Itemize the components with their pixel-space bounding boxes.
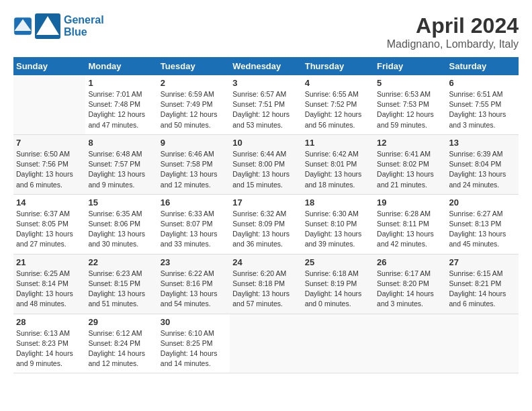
logo-icon bbox=[13, 17, 32, 36]
day-number: 19 bbox=[377, 197, 443, 208]
day-info: Sunrise: 6:53 AM Sunset: 7:53 PM Dayligh… bbox=[377, 89, 443, 130]
weekday-header-thursday: Thursday bbox=[302, 57, 374, 75]
day-number: 21 bbox=[16, 257, 83, 267]
day-info: Sunrise: 6:51 AM Sunset: 7:55 PM Dayligh… bbox=[449, 89, 516, 130]
day-number: 30 bbox=[161, 317, 227, 327]
day-number: 27 bbox=[449, 257, 516, 267]
weekday-header-friday: Friday bbox=[374, 57, 446, 75]
week-row-4: 21Sunrise: 6:25 AM Sunset: 8:14 PM Dayli… bbox=[13, 254, 519, 314]
day-info: Sunrise: 6:12 AM Sunset: 8:24 PM Dayligh… bbox=[88, 328, 154, 369]
day-info: Sunrise: 6:17 AM Sunset: 8:20 PM Dayligh… bbox=[377, 269, 443, 310]
calendar-cell bbox=[447, 314, 519, 373]
day-info: Sunrise: 6:13 AM Sunset: 8:23 PM Dayligh… bbox=[16, 328, 83, 369]
calendar-cell: 16Sunrise: 6:33 AM Sunset: 8:07 PM Dayli… bbox=[158, 194, 230, 254]
day-number: 18 bbox=[305, 197, 371, 208]
day-number: 1 bbox=[88, 78, 154, 88]
calendar-cell: 21Sunrise: 6:25 AM Sunset: 8:14 PM Dayli… bbox=[13, 254, 85, 314]
day-number: 13 bbox=[449, 138, 516, 148]
page-header: General Blue April 2024 Madignano, Lomba… bbox=[13, 13, 519, 50]
day-info: Sunrise: 6:59 AM Sunset: 7:49 PM Dayligh… bbox=[161, 89, 227, 130]
day-number: 3 bbox=[232, 78, 299, 88]
weekday-header-saturday: Saturday bbox=[447, 57, 519, 75]
day-info: Sunrise: 6:25 AM Sunset: 8:14 PM Dayligh… bbox=[16, 269, 83, 310]
calendar-cell bbox=[302, 314, 374, 373]
calendar-cell: 25Sunrise: 6:18 AM Sunset: 8:19 PM Dayli… bbox=[302, 254, 374, 314]
day-number: 17 bbox=[232, 197, 299, 208]
calendar-cell: 14Sunrise: 6:37 AM Sunset: 8:05 PM Dayli… bbox=[13, 194, 85, 254]
calendar-cell: 11Sunrise: 6:42 AM Sunset: 8:01 PM Dayli… bbox=[302, 134, 374, 194]
day-info: Sunrise: 6:22 AM Sunset: 8:16 PM Dayligh… bbox=[161, 269, 227, 310]
day-info: Sunrise: 6:33 AM Sunset: 8:07 PM Dayligh… bbox=[161, 209, 227, 250]
week-row-5: 28Sunrise: 6:13 AM Sunset: 8:23 PM Dayli… bbox=[13, 314, 519, 373]
logo-graphic bbox=[35, 13, 60, 39]
day-info: Sunrise: 6:50 AM Sunset: 7:56 PM Dayligh… bbox=[16, 149, 83, 190]
day-number: 20 bbox=[449, 197, 516, 208]
day-info: Sunrise: 6:57 AM Sunset: 7:51 PM Dayligh… bbox=[232, 89, 299, 130]
day-number: 22 bbox=[88, 257, 154, 267]
day-number: 11 bbox=[305, 138, 371, 148]
day-info: Sunrise: 7:01 AM Sunset: 7:48 PM Dayligh… bbox=[88, 89, 154, 130]
calendar-cell: 27Sunrise: 6:15 AM Sunset: 8:21 PM Dayli… bbox=[447, 254, 519, 314]
calendar-cell: 6Sunrise: 6:51 AM Sunset: 7:55 PM Daylig… bbox=[447, 75, 519, 134]
weekday-header-sunday: Sunday bbox=[13, 57, 85, 75]
day-number: 5 bbox=[377, 78, 443, 88]
calendar-cell: 15Sunrise: 6:35 AM Sunset: 8:06 PM Dayli… bbox=[85, 194, 157, 254]
week-row-3: 14Sunrise: 6:37 AM Sunset: 8:05 PM Dayli… bbox=[13, 194, 519, 254]
calendar-cell: 12Sunrise: 6:41 AM Sunset: 8:02 PM Dayli… bbox=[374, 134, 446, 194]
day-number: 8 bbox=[88, 138, 154, 148]
week-row-2: 7Sunrise: 6:50 AM Sunset: 7:56 PM Daylig… bbox=[13, 134, 519, 194]
day-info: Sunrise: 6:10 AM Sunset: 8:25 PM Dayligh… bbox=[161, 328, 227, 369]
day-number: 2 bbox=[161, 78, 227, 88]
day-number: 7 bbox=[16, 138, 83, 148]
calendar-cell: 30Sunrise: 6:10 AM Sunset: 8:25 PM Dayli… bbox=[158, 314, 230, 373]
day-info: Sunrise: 6:18 AM Sunset: 8:19 PM Dayligh… bbox=[305, 269, 371, 310]
day-number: 16 bbox=[161, 197, 227, 208]
calendar-cell: 13Sunrise: 6:39 AM Sunset: 8:04 PM Dayli… bbox=[447, 134, 519, 194]
calendar-cell bbox=[230, 314, 302, 373]
calendar-cell: 26Sunrise: 6:17 AM Sunset: 8:20 PM Dayli… bbox=[374, 254, 446, 314]
day-number: 4 bbox=[305, 78, 371, 88]
day-number: 15 bbox=[88, 197, 154, 208]
calendar-cell: 19Sunrise: 6:28 AM Sunset: 8:11 PM Dayli… bbox=[374, 194, 446, 254]
calendar-cell: 17Sunrise: 6:32 AM Sunset: 8:09 PM Dayli… bbox=[230, 194, 302, 254]
calendar-cell: 4Sunrise: 6:55 AM Sunset: 7:52 PM Daylig… bbox=[302, 75, 374, 134]
day-number: 10 bbox=[232, 138, 299, 148]
weekday-header-row: SundayMondayTuesdayWednesdayThursdayFrid… bbox=[13, 57, 519, 75]
calendar-cell: 1Sunrise: 7:01 AM Sunset: 7:48 PM Daylig… bbox=[85, 75, 157, 134]
day-info: Sunrise: 6:15 AM Sunset: 8:21 PM Dayligh… bbox=[449, 269, 516, 310]
day-number: 12 bbox=[377, 138, 443, 148]
calendar-table: SundayMondayTuesdayWednesdayThursdayFrid… bbox=[13, 57, 519, 373]
day-info: Sunrise: 6:48 AM Sunset: 7:57 PM Dayligh… bbox=[88, 149, 154, 190]
day-number: 24 bbox=[232, 257, 299, 267]
day-info: Sunrise: 6:55 AM Sunset: 7:52 PM Dayligh… bbox=[305, 89, 371, 130]
day-number: 23 bbox=[161, 257, 227, 267]
day-info: Sunrise: 6:20 AM Sunset: 8:18 PM Dayligh… bbox=[232, 269, 299, 310]
day-info: Sunrise: 6:46 AM Sunset: 7:58 PM Dayligh… bbox=[161, 149, 227, 190]
day-number: 25 bbox=[305, 257, 371, 267]
calendar-cell: 29Sunrise: 6:12 AM Sunset: 8:24 PM Dayli… bbox=[85, 314, 157, 373]
weekday-header-tuesday: Tuesday bbox=[158, 57, 230, 75]
calendar-cell: 18Sunrise: 6:30 AM Sunset: 8:10 PM Dayli… bbox=[302, 194, 374, 254]
day-info: Sunrise: 6:23 AM Sunset: 8:15 PM Dayligh… bbox=[88, 269, 154, 310]
day-info: Sunrise: 6:42 AM Sunset: 8:01 PM Dayligh… bbox=[305, 149, 371, 190]
logo-text-general: General bbox=[64, 14, 104, 26]
day-info: Sunrise: 6:27 AM Sunset: 8:13 PM Dayligh… bbox=[449, 209, 516, 250]
day-number: 26 bbox=[377, 257, 443, 267]
title-block: April 2024 Madignano, Lombardy, Italy bbox=[387, 13, 519, 50]
day-info: Sunrise: 6:32 AM Sunset: 8:09 PM Dayligh… bbox=[232, 209, 299, 250]
logo: General Blue bbox=[13, 13, 104, 39]
calendar-cell: 8Sunrise: 6:48 AM Sunset: 7:57 PM Daylig… bbox=[85, 134, 157, 194]
day-number: 28 bbox=[16, 317, 83, 327]
calendar-cell: 9Sunrise: 6:46 AM Sunset: 7:58 PM Daylig… bbox=[158, 134, 230, 194]
day-info: Sunrise: 6:39 AM Sunset: 8:04 PM Dayligh… bbox=[449, 149, 516, 190]
calendar-cell: 10Sunrise: 6:44 AM Sunset: 8:00 PM Dayli… bbox=[230, 134, 302, 194]
day-number: 9 bbox=[161, 138, 227, 148]
calendar-header: SundayMondayTuesdayWednesdayThursdayFrid… bbox=[13, 57, 519, 75]
calendar-cell: 5Sunrise: 6:53 AM Sunset: 7:53 PM Daylig… bbox=[374, 75, 446, 134]
day-number: 14 bbox=[16, 197, 83, 208]
week-row-1: 1Sunrise: 7:01 AM Sunset: 7:48 PM Daylig… bbox=[13, 75, 519, 134]
logo-text-blue: Blue bbox=[64, 26, 104, 38]
calendar-cell: 22Sunrise: 6:23 AM Sunset: 8:15 PM Dayli… bbox=[85, 254, 157, 314]
calendar-cell: 2Sunrise: 6:59 AM Sunset: 7:49 PM Daylig… bbox=[158, 75, 230, 134]
calendar-cell bbox=[13, 75, 85, 134]
